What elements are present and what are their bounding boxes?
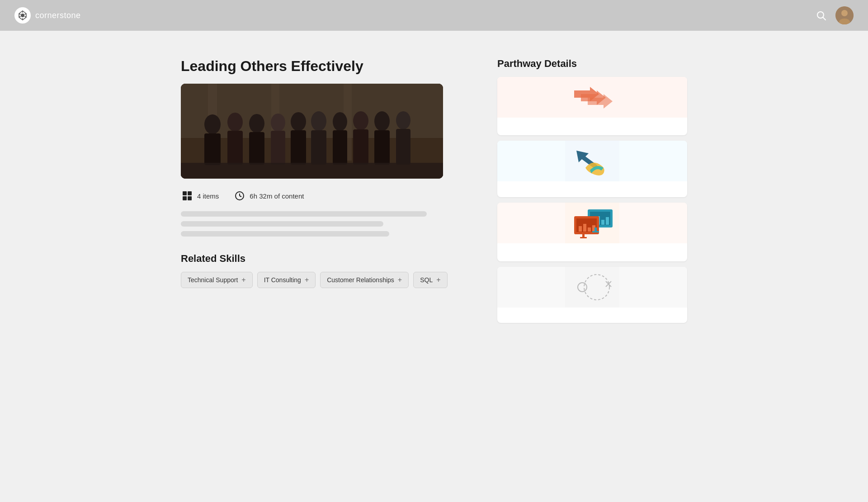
svg-line-47 — [240, 196, 241, 197]
logo-icon — [14, 7, 31, 24]
svg-rect-57 — [565, 141, 619, 181]
svg-rect-75 — [579, 226, 582, 232]
related-skills-heading: Related Skills — [181, 253, 470, 265]
svg-rect-71 — [601, 220, 604, 225]
hero-image — [181, 84, 443, 179]
skill-plus-it-consulting: + — [305, 276, 309, 284]
course-thumb-1 — [497, 77, 687, 118]
skeleton-line-2 — [181, 221, 383, 227]
skill-plus-technical-support: + — [241, 276, 245, 284]
main-content: Leading Others Effectively — [163, 31, 705, 346]
svg-rect-40 — [181, 84, 443, 179]
svg-rect-43 — [183, 196, 187, 200]
svg-rect-44 — [188, 196, 192, 200]
skill-label-customer-relationships: Customer Relationships — [327, 276, 394, 284]
course-thumb-3 — [497, 203, 687, 243]
search-icon — [816, 10, 826, 21]
svg-rect-76 — [583, 224, 586, 232]
svg-point-1 — [21, 14, 24, 17]
skill-tag-customer-relationships[interactable]: Customer Relationships + — [320, 272, 409, 288]
course-thumb-4 — [497, 267, 687, 308]
skeleton-lines — [181, 211, 470, 237]
skill-label-sql: SQL — [420, 276, 433, 284]
page-title: Leading Others Effectively — [181, 58, 470, 75]
logo-text: cornerstone — [35, 11, 81, 20]
svg-rect-41 — [183, 191, 187, 195]
items-meta: 4 items — [181, 189, 219, 202]
course-card-1: The Three Pillars of Effective Leadershi… — [497, 77, 687, 135]
header: cornerstone — [0, 0, 868, 31]
svg-rect-82 — [580, 237, 587, 238]
svg-rect-80 — [592, 231, 599, 232]
skill-tag-technical-support[interactable]: Technical Support + — [181, 272, 253, 288]
grid-icon — [181, 189, 193, 202]
course-card-2: Leading with Vision 2 h watch — [497, 141, 687, 197]
skeleton-line-3 — [181, 231, 389, 237]
svg-rect-77 — [588, 227, 591, 232]
skill-label-it-consulting: IT Consulting — [264, 276, 301, 284]
skill-tag-it-consulting[interactable]: IT Consulting + — [257, 272, 316, 288]
header-right — [816, 6, 854, 24]
svg-line-9 — [823, 18, 826, 20]
search-button[interactable] — [816, 10, 826, 21]
svg-rect-81 — [582, 234, 585, 237]
clock-icon — [233, 189, 246, 202]
meta-row: 4 items 6h 32m of content — [181, 189, 470, 202]
skills-grid: Technical Support + IT Consulting + Cust… — [181, 272, 470, 288]
svg-rect-79 — [594, 227, 597, 231]
avatar[interactable] — [835, 6, 854, 24]
svg-rect-72 — [606, 217, 609, 225]
skill-plus-sql: + — [436, 276, 440, 284]
hero-image-inner — [181, 84, 443, 179]
related-skills-section: Related Skills Technical Support + IT Co… — [181, 253, 470, 288]
duration-meta: 6h 32m of content — [233, 189, 304, 202]
skill-label-technical-support: Technical Support — [188, 276, 238, 284]
logo[interactable]: cornerstone — [14, 7, 81, 24]
skeleton-line-1 — [181, 211, 427, 217]
pathway-heading: Parthway Details — [497, 58, 687, 70]
course-card-3: Developing Credibility as a Leader 2 h w… — [497, 203, 687, 261]
items-count: 4 items — [197, 192, 219, 200]
svg-rect-91 — [565, 267, 619, 308]
skill-plus-customer-relationships: + — [398, 276, 402, 284]
svg-rect-42 — [188, 191, 192, 195]
avatar-image — [835, 6, 854, 24]
duration-text: 6h 32m of content — [250, 192, 304, 200]
left-column: Leading Others Effectively — [181, 58, 470, 328]
skill-tag-sql[interactable]: SQL + — [413, 272, 447, 288]
svg-point-11 — [841, 10, 848, 16]
right-column: Parthway Details The Three Pillars of Ef… — [497, 58, 687, 328]
course-thumb-2 — [497, 141, 687, 181]
course-card-4: Leading with Stories 2 h watch — [497, 267, 687, 323]
